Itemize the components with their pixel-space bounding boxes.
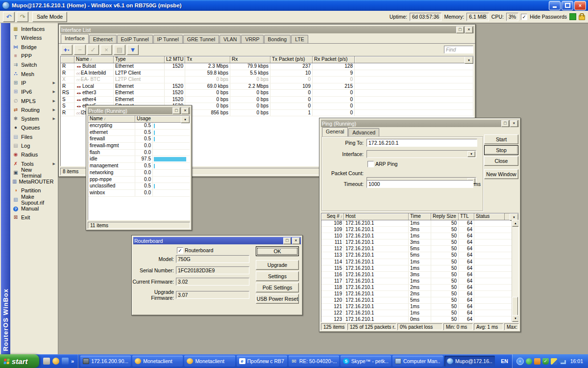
ping-row[interactable]: 120 172.16.210.1 5ms 50 64 (321, 297, 512, 304)
profile-row[interactable]: flash 0.0 (88, 150, 190, 157)
quick-launch-icon-3[interactable] (62, 358, 69, 365)
col-seq[interactable]: Seq #/ (321, 213, 344, 220)
taskbar-task[interactable]: Mupo@172.16... (444, 356, 495, 367)
find-input[interactable] (444, 46, 473, 53)
close-icon[interactable]: × (510, 120, 518, 127)
close-icon[interactable]: × (292, 237, 300, 244)
tray-network-icon[interactable] (559, 359, 564, 363)
field-value[interactable]: 3.02 (176, 278, 249, 286)
tab[interactable]: General (322, 127, 348, 136)
ping-row[interactable]: 115 172.16.210.1 1ms 50 64 (321, 265, 512, 272)
tab[interactable]: LTE (291, 35, 308, 43)
add-button[interactable]: +▼ (61, 45, 73, 55)
sidebar-item[interactable]: PPP ▶ (10, 52, 58, 60)
col-host[interactable]: Host (344, 213, 409, 220)
close-icon[interactable]: × (181, 107, 189, 114)
field-value[interactable]: 1FC20182D3E9 (176, 266, 249, 274)
close-button[interactable]: × (574, 1, 586, 10)
routerboard-checkbox[interactable]: ✓ (177, 247, 183, 254)
sidebar-item[interactable]: Queues ▶ (10, 123, 58, 132)
col-txp[interactable]: Tx Packet (p/s) (270, 56, 313, 63)
ping-to-input[interactable] (367, 139, 477, 147)
start-button[interactable]: start (0, 354, 39, 368)
col-l2mtu[interactable]: L2 MTU (165, 56, 185, 63)
interface-row[interactable]: RS ether3 Ethernet 1520 0 bps 0 bps 0 0 (61, 90, 473, 97)
taskbar-task[interactable]: RE: 50-04020-... (289, 356, 339, 367)
sidebar-item[interactable]: Radius ▶ (10, 150, 58, 159)
tab[interactable]: VLAN (220, 35, 241, 43)
maximize-icon[interactable]: □ (172, 107, 180, 114)
tab[interactable]: IP Tunnel (153, 35, 183, 43)
sidebar-item[interactable]: New Terminal ▶ (10, 168, 58, 177)
timeout-input[interactable] (367, 180, 473, 188)
scroll-thumb[interactable] (512, 297, 518, 315)
sidebar-item[interactable]: Make Supout.rif ▶ (10, 195, 58, 204)
interface-combo[interactable]: ▼ (367, 150, 476, 158)
tab[interactable]: Advanced (348, 128, 379, 136)
tray-collapse-icon[interactable]: ‹ (516, 358, 524, 365)
interface-row[interactable]: X EA- BTC L2TP Client 0 bps 0 bps 0 0 (61, 77, 473, 83)
field-value[interactable]: 750G (176, 255, 249, 263)
taskbar-clock[interactable]: 16:01 (570, 358, 583, 364)
quick-launch-icon-1[interactable] (43, 358, 50, 365)
restore-button[interactable] (562, 1, 573, 10)
minimize-button[interactable] (549, 1, 561, 10)
upgrade-button[interactable]: Upgrade (256, 260, 299, 270)
interface-row[interactable]: S ether4 Ethernet 1520 0 bps 0 bps 0 0 (61, 97, 473, 104)
sidebar-item[interactable]: Switch ▶ (10, 60, 58, 69)
sidebar-item[interactable]: Wireless ▶ (10, 33, 58, 42)
profile-row[interactable]: firewall 0.5 (88, 136, 190, 143)
hide-passwords-checkbox[interactable]: ✓ (521, 14, 527, 20)
ping-scrollbar[interactable]: ▲ ▼ (512, 220, 518, 322)
profile-row[interactable]: unclassified 0.5 (88, 183, 190, 190)
profile-titlebar[interactable]: Profile (Running) □ × (88, 107, 190, 114)
taskbar-task[interactable]: Computer Man... (392, 356, 443, 367)
quick-launch-more-icon[interactable]: » (71, 358, 74, 364)
ping-row[interactable]: 116 172.16.210.1 3ms 50 64 (321, 272, 512, 278)
tray-yellow-app-icon[interactable] (551, 358, 557, 365)
taskbar-task[interactable]: Skype™ - petk... (341, 356, 391, 367)
tab[interactable]: EoIP Tunnel (117, 35, 153, 43)
safe-mode-button[interactable]: Safe Mode (32, 12, 67, 22)
taskbar-task[interactable]: Проблем с RB7... (237, 356, 287, 367)
col-time[interactable]: Time (409, 213, 431, 220)
close-ping-button[interactable]: Close (484, 156, 518, 166)
sidebar-item[interactable]: Bridge ▶ (10, 43, 58, 52)
scroll-down-icon[interactable]: ▼ (512, 315, 519, 322)
ping-row[interactable]: 114 172.16.210.1 1ms 50 64 (321, 259, 512, 265)
language-indicator[interactable]: EN (497, 358, 512, 364)
sidebar-item[interactable]: IP ▶ (10, 79, 58, 87)
filter-icon[interactable]: ▼ (127, 45, 139, 55)
quick-launch-icon-2[interactable] (52, 358, 59, 365)
col-type[interactable]: Type (114, 56, 165, 63)
ping-row[interactable]: 113 172.16.210.1 5ms 50 64 (321, 252, 512, 259)
col-name[interactable]: Name/ (88, 116, 135, 122)
maximize-icon[interactable]: □ (501, 120, 509, 127)
sidebar-item[interactable]: Mesh ▶ (10, 69, 58, 78)
usb-power-reset-button[interactable]: USB Power Reset (256, 294, 299, 304)
redo-button[interactable]: ↷ (17, 12, 28, 22)
maximize-icon[interactable]: □ (283, 237, 291, 244)
column-select-icon[interactable]: ▼ (465, 56, 473, 64)
sidebar-item[interactable]: System ▶ (10, 114, 58, 123)
ping-titlebar[interactable]: Ping (Running) □ × (321, 120, 519, 127)
interface-list-titlebar[interactable]: Interface List □ × (60, 26, 474, 33)
profile-row[interactable]: idle 97.5 (88, 156, 190, 163)
tray-shield-check-icon[interactable]: ✓ (542, 358, 549, 365)
sidebar-item[interactable]: MPLS ▶ (10, 96, 58, 105)
ping-row[interactable]: 122 172.16.210.1 1ms 50 64 (321, 310, 512, 316)
close-icon[interactable]: × (465, 26, 473, 33)
ping-row[interactable]: 109 172.16.210.1 3ms 50 64 (321, 227, 512, 233)
interface-row[interactable]: R EA Interbild L2TP Client 59.8 kbps 5.5… (61, 70, 473, 77)
ping-row[interactable]: 111 172.16.210.1 3ms 50 64 (321, 239, 512, 246)
taskbar-task[interactable]: 172.16.200.90... (80, 356, 131, 367)
ping-row[interactable]: 117 172.16.210.1 1ms 50 64 (321, 278, 512, 285)
profile-row[interactable]: firewall-mgmt 0.0 (88, 143, 190, 150)
profile-row[interactable]: ppp-mppe 0.0 (88, 177, 190, 184)
col-size[interactable]: Reply Size (431, 213, 459, 220)
profile-row[interactable]: winbox 0.0 (88, 190, 190, 197)
enable-button[interactable]: ✓ (87, 45, 99, 55)
ping-row[interactable]: 123 172.16.210.1 0ms 50 64 (321, 316, 512, 322)
interface-row[interactable]: R Bulsat Ethernet 1520 2.3 Mbps 79.9 kbp… (61, 63, 473, 70)
taskbar-task[interactable]: Monetaclient (132, 356, 183, 367)
